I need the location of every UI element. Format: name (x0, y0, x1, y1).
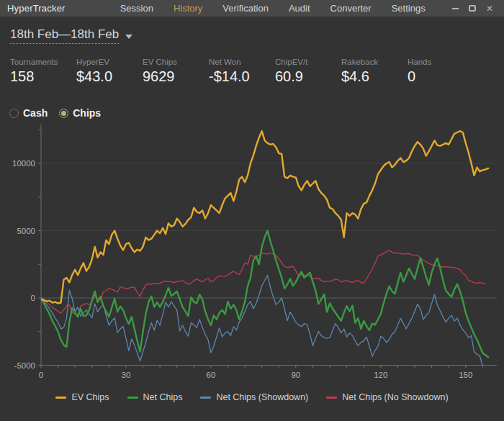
stat-tournaments: Tournaments158 (10, 58, 76, 85)
stat-hyperev: HyperEV$43.0 (76, 58, 143, 85)
legend-label: EV Chips (71, 392, 109, 402)
legend-item-net-chips[interactable]: Net Chips (127, 392, 183, 402)
legend-item-net-chips-no-showdown[interactable]: Net Chips (No Showdown) (326, 392, 448, 402)
stat-label: EV Chips (143, 58, 209, 66)
view-toggle: CashChips (9, 107, 101, 119)
stat-hands: Hands0 (408, 58, 474, 85)
menu-item-audit[interactable]: Audit (279, 3, 320, 14)
legend-swatch (326, 397, 337, 399)
menu-item-converter[interactable]: Converter (320, 3, 382, 14)
close-button[interactable]: ✕ (481, 1, 498, 16)
maximize-icon (469, 5, 476, 12)
x-axis-label: 150 (459, 371, 472, 379)
stat-label: Net Won (209, 58, 275, 66)
stat-value: 60.9 (275, 68, 341, 85)
date-range-selector[interactable]: 18th Feb—18th Feb (10, 27, 132, 44)
y-axis-label: -5000 (14, 361, 35, 370)
stat-value: 158 (10, 68, 76, 85)
legend-label: Net Chips (Showdown) (216, 392, 308, 402)
radio-icon (9, 109, 19, 118)
x-axis-label: 30 (122, 371, 131, 379)
chart-svg: -500005000100000306090120150 (0, 119, 504, 392)
titlebar: HyperTracker SessionHistoryVerificationA… (0, 0, 504, 17)
stats-row: Tournaments158HyperEV$43.0EV Chips9629Ne… (10, 58, 474, 85)
x-axis-label: 60 (207, 371, 216, 379)
stat-rakeback: Rakeback$4.6 (341, 58, 408, 85)
legend-item-ev-chips[interactable]: EV Chips (55, 392, 109, 402)
stat-value: -$14.0 (209, 68, 275, 85)
legend-swatch (127, 397, 138, 399)
maximize-button[interactable] (464, 1, 481, 16)
stat-value: 9629 (143, 68, 209, 85)
menu-item-settings[interactable]: Settings (382, 3, 436, 14)
radio-label: Chips (73, 107, 101, 119)
radio-cash[interactable]: Cash (9, 107, 48, 119)
date-range-label: 18th Feb—18th Feb (10, 27, 119, 44)
minimize-button[interactable] (446, 1, 464, 16)
menu-bar: SessionHistoryVerificationAuditConverter… (110, 3, 436, 14)
minimize-icon (452, 8, 459, 9)
y-axis-label: 5000 (17, 227, 35, 235)
legend-swatch (55, 397, 66, 399)
radio-icon (59, 109, 68, 118)
stat-label: Hands (408, 58, 474, 66)
series-line-net-chips (41, 231, 488, 358)
chart-legend: EV ChipsNet ChipsNet Chips (Showdown)Net… (0, 392, 504, 402)
stat-label: Rakeback (341, 58, 408, 66)
radio-label: Cash (23, 107, 48, 119)
stat-value: 0 (408, 68, 474, 85)
stat-label: ChipEV/t (275, 58, 341, 66)
stat-label: HyperEV (76, 58, 143, 66)
app-title: HyperTracker (7, 3, 66, 14)
menu-item-session[interactable]: Session (110, 3, 163, 14)
x-axis-label: 120 (374, 371, 387, 379)
stat-ev-chips: EV Chips9629 (143, 58, 209, 85)
chevron-down-icon (125, 35, 132, 39)
stat-chipev-t: ChipEV/t60.9 (275, 58, 341, 85)
legend-swatch (200, 397, 211, 399)
close-icon: ✕ (486, 4, 493, 14)
radio-dot (61, 111, 66, 116)
legend-label: Net Chips (143, 392, 183, 402)
stat-label: Tournaments (10, 58, 76, 66)
x-axis-label: 0 (39, 371, 43, 379)
stat-net-won: Net Won-$14.0 (209, 58, 275, 85)
date-row: 18th Feb—18th Feb (10, 27, 132, 44)
window-controls: ✕ (446, 1, 498, 16)
stat-value: $4.6 (341, 68, 408, 85)
stat-value: $43.0 (76, 68, 143, 85)
radio-chips[interactable]: Chips (59, 107, 101, 119)
y-axis-label: 0 (31, 294, 35, 302)
menu-item-history[interactable]: History (163, 3, 212, 14)
x-axis-label: 90 (291, 371, 300, 379)
menu-item-verification[interactable]: Verification (212, 3, 279, 14)
y-axis-label: 10000 (12, 159, 35, 168)
series-line-ev-chips (41, 131, 488, 303)
legend-item-net-chips-showdown[interactable]: Net Chips (Showdown) (200, 392, 308, 402)
legend-label: Net Chips (No Showdown) (342, 392, 448, 402)
